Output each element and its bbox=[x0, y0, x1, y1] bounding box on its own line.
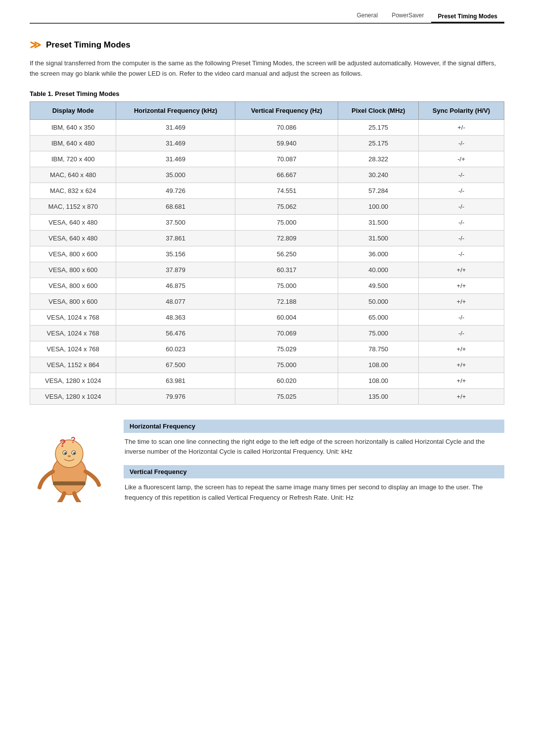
table-cell: 75.000 bbox=[235, 357, 338, 373]
cartoon-figure-svg: ? ? bbox=[32, 428, 106, 502]
table-row: VESA, 1280 x 102479.97675.025135.00+/+ bbox=[30, 388, 504, 404]
table-cell: 78.750 bbox=[338, 341, 419, 357]
table-cell: IBM, 720 x 400 bbox=[30, 151, 116, 167]
tab-powersaver[interactable]: PowerSaver bbox=[385, 10, 431, 21]
table-cell: 68.681 bbox=[116, 198, 235, 214]
cartoon-image-area: ? ? bbox=[30, 420, 109, 511]
table-cell: VESA, 640 x 480 bbox=[30, 214, 116, 230]
timing-modes-table: Display Mode Horizontal Frequency (kHz) … bbox=[30, 101, 504, 405]
table-cell: +/+ bbox=[419, 293, 504, 309]
table-cell: MAC, 1152 x 870 bbox=[30, 198, 116, 214]
table-cell: MAC, 640 x 480 bbox=[30, 167, 116, 183]
table-cell: 108.00 bbox=[338, 357, 419, 373]
info-box-vertical-text: Like a fluorescent lamp, the screen has … bbox=[124, 482, 504, 503]
table-row: VESA, 640 x 48037.86172.80931.500-/- bbox=[30, 230, 504, 246]
table-cell: -/- bbox=[419, 183, 504, 198]
info-box-horizontal-text: The time to scan one line connecting the… bbox=[124, 437, 504, 458]
table-cell: 60.020 bbox=[235, 373, 338, 388]
table-cell: 72.188 bbox=[235, 293, 338, 309]
table-cell: +/+ bbox=[419, 388, 504, 404]
table-cell: VESA, 1152 x 864 bbox=[30, 357, 116, 373]
table-cell: 35.000 bbox=[116, 167, 235, 183]
tab-general[interactable]: General bbox=[350, 10, 385, 21]
table-cell: 56.476 bbox=[116, 325, 235, 341]
table-cell: IBM, 640 x 480 bbox=[30, 135, 116, 151]
table-cell: 108.00 bbox=[338, 373, 419, 388]
table-cell: 57.284 bbox=[338, 183, 419, 198]
col-header-sync-polarity: Sync Polarity (H/V) bbox=[419, 101, 504, 119]
table-cell: -/- bbox=[419, 309, 504, 325]
table-cell: 48.077 bbox=[116, 293, 235, 309]
table-cell: 31.469 bbox=[116, 119, 235, 135]
table-cell: 67.500 bbox=[116, 357, 235, 373]
table-cell: 36.000 bbox=[338, 246, 419, 262]
table-header-row: Display Mode Horizontal Frequency (kHz) … bbox=[30, 101, 504, 119]
table-cell: +/+ bbox=[419, 262, 504, 278]
table-row: MAC, 832 x 62449.72674.55157.284-/- bbox=[30, 183, 504, 198]
table-cell: 35.156 bbox=[116, 246, 235, 262]
table-row: VESA, 1024 x 76848.36360.00465.000-/- bbox=[30, 309, 504, 325]
col-header-horiz-freq: Horizontal Frequency (kHz) bbox=[116, 101, 235, 119]
table-cell: +/+ bbox=[419, 373, 504, 388]
svg-point-7 bbox=[73, 452, 75, 454]
table-cell: 59.940 bbox=[235, 135, 338, 151]
table-cell: 50.000 bbox=[338, 293, 419, 309]
table-cell: 70.069 bbox=[235, 325, 338, 341]
bottom-section: ? ? bbox=[30, 420, 504, 511]
table-cell: 28.322 bbox=[338, 151, 419, 167]
table-cell: 74.551 bbox=[235, 183, 338, 198]
table-cell: 75.000 bbox=[235, 278, 338, 293]
table-cell: VESA, 1024 x 768 bbox=[30, 325, 116, 341]
title-icon: ≫ bbox=[30, 39, 41, 51]
table-cell: 40.000 bbox=[338, 262, 419, 278]
table-cell: 70.086 bbox=[235, 119, 338, 135]
table-cell: 79.976 bbox=[116, 388, 235, 404]
table-cell: -/- bbox=[419, 325, 504, 341]
table-cell: 31.469 bbox=[116, 135, 235, 151]
table-cell: 37.500 bbox=[116, 214, 235, 230]
svg-text:?: ? bbox=[59, 437, 66, 449]
table-cell: VESA, 1280 x 1024 bbox=[30, 388, 116, 404]
table-cell: MAC, 832 x 624 bbox=[30, 183, 116, 198]
table-cell: -/- bbox=[419, 214, 504, 230]
table-cell: 48.363 bbox=[116, 309, 235, 325]
table-row: VESA, 1024 x 76856.47670.06975.000-/- bbox=[30, 325, 504, 341]
table-cell: 37.879 bbox=[116, 262, 235, 278]
table-cell: 30.240 bbox=[338, 167, 419, 183]
table-cell: 65.000 bbox=[338, 309, 419, 325]
table-cell: 31.469 bbox=[116, 151, 235, 167]
table-title: Table 1. Preset Timing Modes bbox=[30, 90, 504, 97]
table-cell: VESA, 1024 x 768 bbox=[30, 341, 116, 357]
table-cell: 135.00 bbox=[338, 388, 419, 404]
info-box-horizontal-title: Horizontal Frequency bbox=[124, 420, 504, 433]
table-row: VESA, 800 x 60037.87960.31740.000+/+ bbox=[30, 262, 504, 278]
info-box-vertical-title: Vertical Frequency bbox=[124, 465, 504, 478]
table-row: MAC, 1152 x 87068.68175.062100.00-/- bbox=[30, 198, 504, 214]
table-row: VESA, 800 x 60035.15656.25036.000-/- bbox=[30, 246, 504, 262]
table-cell: 60.317 bbox=[235, 262, 338, 278]
tab-preset-timing-modes[interactable]: Preset Timing Modes bbox=[431, 11, 504, 23]
table-cell: +/+ bbox=[419, 341, 504, 357]
table-cell: 70.087 bbox=[235, 151, 338, 167]
table-cell: 66.667 bbox=[235, 167, 338, 183]
table-cell: VESA, 1280 x 1024 bbox=[30, 373, 116, 388]
table-row: VESA, 1024 x 76860.02375.02978.750+/+ bbox=[30, 341, 504, 357]
table-cell: 37.861 bbox=[116, 230, 235, 246]
table-cell: 60.023 bbox=[116, 341, 235, 357]
svg-point-8 bbox=[68, 455, 71, 457]
table-cell: +/+ bbox=[419, 357, 504, 373]
top-navigation: General PowerSaver Preset Timing Modes bbox=[30, 10, 504, 24]
table-cell: -/- bbox=[419, 167, 504, 183]
table-cell: VESA, 800 x 600 bbox=[30, 262, 116, 278]
table-row: VESA, 1152 x 86467.50075.000108.00+/+ bbox=[30, 357, 504, 373]
table-cell: 75.062 bbox=[235, 198, 338, 214]
table-cell: VESA, 1024 x 768 bbox=[30, 309, 116, 325]
table-cell: 25.175 bbox=[338, 119, 419, 135]
table-cell: -/- bbox=[419, 230, 504, 246]
table-cell: VESA, 640 x 480 bbox=[30, 230, 116, 246]
table-row: VESA, 1280 x 102463.98160.020108.00+/+ bbox=[30, 373, 504, 388]
info-box-vertical: Vertical Frequency Like a fluorescent la… bbox=[124, 465, 504, 503]
table-cell: 100.00 bbox=[338, 198, 419, 214]
table-cell: 60.004 bbox=[235, 309, 338, 325]
table-row: IBM, 640 x 35031.46970.08625.175+/- bbox=[30, 119, 504, 135]
